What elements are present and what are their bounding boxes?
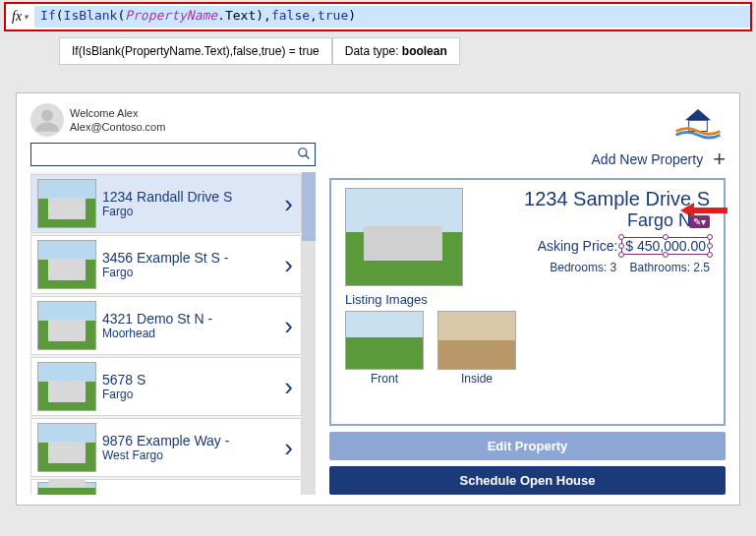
chevron-right-icon[interactable]: › — [276, 433, 301, 463]
chevron-right-icon[interactable]: › — [276, 189, 301, 219]
svg-point-0 — [41, 110, 53, 122]
bathrooms-label: Bathrooms: — [630, 261, 690, 274]
add-property-label: Add New Property — [592, 151, 704, 167]
formula-eval-row: If(IsBlank(PropertyName.Text),false,true… — [0, 33, 756, 69]
gallery-item-subtitle: Moorhead — [102, 327, 276, 340]
svg-point-1 — [299, 148, 307, 155]
gallery-item-subtitle: Fargo — [102, 205, 276, 218]
formula-input[interactable]: If(IsBlank(PropertyName.Text),false,true… — [34, 6, 750, 28]
formula-token-if: If — [40, 8, 56, 23]
search-input[interactable] — [31, 148, 293, 161]
gallery-item-subtitle: Fargo — [102, 266, 276, 279]
app-canvas: Welcome Alex Alex@Contoso.com 1234 Randa… — [0, 69, 756, 506]
formula-token-text: .Text) — [217, 8, 263, 23]
property-main-image — [345, 188, 463, 286]
listing-images-label: Listing Images — [345, 292, 710, 307]
search-icon[interactable] — [293, 147, 315, 163]
formula-eval-result: If(IsBlank(PropertyName.Text),false,true… — [59, 37, 332, 65]
property-thumb — [37, 179, 96, 228]
app-screen: Welcome Alex Alex@Contoso.com 1234 Randa… — [16, 92, 740, 506]
gallery-item-title: 1234 Randall Drive S — [102, 189, 276, 205]
listing-caption: Front — [345, 372, 424, 386]
app-logo-icon — [670, 105, 726, 143]
property-thumb — [37, 301, 96, 350]
formula-token-true: true — [318, 8, 348, 23]
left-column: Welcome Alex Alex@Contoso.com 1234 Randa… — [30, 103, 316, 495]
listing-thumb — [345, 311, 424, 370]
gallery-item-subtitle: West Fargo — [102, 448, 276, 462]
add-property-row[interactable]: Add New Property + — [329, 147, 726, 172]
welcome-text: Welcome Alex — [70, 106, 165, 120]
chevron-right-icon[interactable]: › — [276, 311, 301, 341]
bathrooms-value: 2.5 — [693, 261, 710, 274]
user-header: Welcome Alex Alex@Contoso.com — [30, 103, 316, 137]
avatar — [30, 103, 64, 137]
bedrooms-value: 3 — [611, 261, 617, 274]
price-label: Asking Price: — [538, 238, 618, 254]
user-email: Alex@Contoso.com — [70, 120, 165, 134]
gallery-scrollbar[interactable] — [302, 172, 316, 495]
schedule-open-house-button[interactable]: Schedule Open House — [329, 466, 726, 495]
formula-token-isblank: IsBlank — [64, 8, 118, 23]
listing-image-item[interactable]: Inside — [437, 311, 516, 386]
chevron-right-icon[interactable]: › — [276, 250, 301, 280]
fx-label: fx▾ — [6, 9, 34, 25]
gallery-item-title: 9876 Example Way - — [102, 433, 276, 448]
property-thumb — [37, 423, 96, 472]
annotation-arrow-icon — [692, 208, 727, 213]
gallery-item[interactable] — [30, 479, 302, 495]
person-icon — [33, 106, 61, 134]
listing-caption: Inside — [437, 372, 516, 386]
chevron-right-icon[interactable]: › — [276, 372, 301, 402]
gallery-item-subtitle: Fargo — [102, 387, 276, 401]
plus-icon[interactable]: + — [713, 147, 726, 172]
price-value-selected-control[interactable]: $ 450,000.00 — [621, 237, 710, 255]
gallery-item[interactable]: 9876 Example Way - West Fargo › — [30, 418, 302, 477]
welcome-block: Welcome Alex Alex@Contoso.com — [70, 106, 165, 135]
gallery-item[interactable]: 5678 S Fargo › — [30, 357, 302, 416]
property-city: Fargo N — [627, 210, 691, 231]
gallery-item-title: 5678 S — [102, 372, 276, 387]
gallery-item[interactable]: 3456 Example St S - Fargo › — [30, 235, 302, 294]
formula-token-property: PropertyName — [125, 8, 217, 23]
gallery-item-title: 3456 Example St S - — [102, 250, 276, 266]
formula-token-false: false — [271, 8, 310, 23]
property-thumb — [37, 362, 96, 411]
listing-image-item[interactable]: Front — [345, 311, 424, 386]
scrollbar-thumb[interactable] — [302, 172, 316, 241]
right-column: Add New Property + 1234 Sample Drive S F… — [329, 103, 726, 495]
search-box[interactable] — [30, 143, 316, 166]
svg-line-2 — [306, 154, 310, 158]
property-thumb — [37, 482, 96, 495]
chevron-down-icon[interactable]: ▾ — [24, 12, 29, 22]
edit-property-button[interactable]: Edit Property — [329, 432, 726, 460]
property-thumb — [37, 240, 96, 289]
gallery-item[interactable]: 1234 Randall Drive S Fargo › — [30, 174, 302, 233]
property-name: 1234 Sample Drive S — [471, 188, 710, 210]
bedrooms-label: Bedrooms: — [550, 261, 607, 274]
property-gallery: 1234 Randall Drive S Fargo › 3456 Exampl… — [30, 172, 316, 495]
formula-eval-datatype: Data type: boolean — [332, 37, 460, 65]
gallery-item[interactable]: 4321 Demo St N - Moorhead › — [30, 296, 302, 355]
formula-bar[interactable]: fx▾ If(IsBlank(PropertyName.Text),false,… — [4, 2, 752, 31]
listing-thumb — [437, 311, 516, 370]
property-detail-card: 1234 Sample Drive S Fargo N✎▾ Asking Pri… — [329, 178, 726, 426]
gallery-item-title: 4321 Demo St N - — [102, 311, 276, 327]
